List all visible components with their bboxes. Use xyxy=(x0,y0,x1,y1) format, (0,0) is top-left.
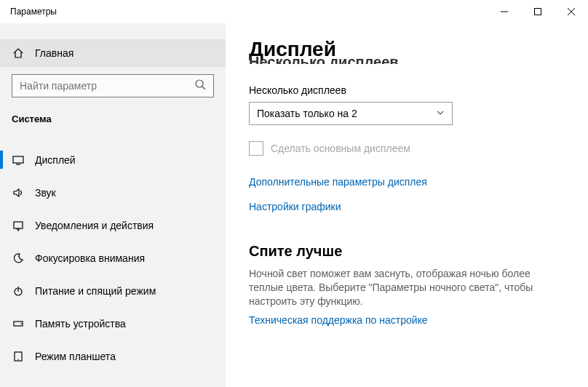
sidebar: Главная Система Дисплей Звук xyxy=(0,23,226,387)
tech-support-link[interactable]: Техническая поддержка по настройке xyxy=(249,314,565,326)
dropdown-value: Показать только на 2 xyxy=(257,108,357,119)
svg-rect-3 xyxy=(14,222,23,228)
minimize-button[interactable] xyxy=(488,0,521,23)
search-field[interactable] xyxy=(20,80,194,92)
checkbox-label: Сделать основным дисплеем xyxy=(271,143,410,154)
window-title: Параметры xyxy=(10,7,57,17)
power-icon xyxy=(12,285,25,297)
sidebar-item-power[interactable]: Питание и спящий режим xyxy=(0,274,226,307)
sidebar-item-focus[interactable]: Фокусировка внимания xyxy=(0,242,226,274)
display-mode-dropdown[interactable]: Показать только на 2 xyxy=(249,102,453,125)
chevron-down-icon xyxy=(436,108,445,119)
sidebar-item-label: Звук xyxy=(35,187,56,199)
checkbox-box xyxy=(249,141,263,156)
sidebar-item-label: Память устройства xyxy=(35,318,126,330)
home-label: Главная xyxy=(35,47,74,59)
storage-icon xyxy=(12,318,25,330)
svg-rect-0 xyxy=(535,9,541,15)
advanced-display-link[interactable]: Дополнительные параметры дисплея xyxy=(249,176,565,188)
svg-point-1 xyxy=(196,80,203,87)
main-content: Дисплей Несколько дисплеев Несколько дис… xyxy=(226,23,588,387)
tablet-icon xyxy=(12,351,25,362)
home-nav[interactable]: Главная xyxy=(0,39,226,67)
close-button[interactable] xyxy=(555,0,588,23)
sound-icon xyxy=(12,187,25,199)
truncated-header: Несколько дисплеев xyxy=(249,54,565,64)
maximize-button[interactable] xyxy=(521,0,555,23)
svg-rect-2 xyxy=(13,156,23,163)
focus-icon xyxy=(12,252,25,264)
sidebar-item-notifications[interactable]: Уведомления и действия xyxy=(0,209,226,242)
sidebar-item-label: Режим планшета xyxy=(35,351,116,362)
svg-point-6 xyxy=(20,323,22,324)
multiple-displays-label: Несколько дисплеев xyxy=(249,84,565,96)
sidebar-item-label: Фокусировка внимания xyxy=(35,252,145,264)
display-icon xyxy=(12,154,25,166)
sidebar-item-display[interactable]: Дисплей xyxy=(0,143,226,176)
section-label: Система xyxy=(0,97,226,132)
sidebar-item-storage[interactable]: Память устройства xyxy=(0,307,226,340)
sidebar-item-label: Дисплей xyxy=(35,154,76,166)
graphics-settings-link[interactable]: Настройки графики xyxy=(249,201,565,212)
make-primary-checkbox: Сделать основным дисплеем xyxy=(249,141,565,156)
svg-point-8 xyxy=(17,359,18,359)
notifications-icon xyxy=(12,220,25,231)
sidebar-item-tablet[interactable]: Режим планшета xyxy=(0,340,226,372)
sidebar-item-label: Уведомления и действия xyxy=(35,220,154,231)
sleep-better-body: Ночной свет поможет вам заснуть, отображ… xyxy=(249,267,565,308)
search-input[interactable] xyxy=(12,74,214,97)
sidebar-item-label: Питание и спящий режим xyxy=(35,285,156,297)
home-icon xyxy=(12,47,25,59)
search-icon xyxy=(194,79,206,93)
sidebar-item-sound[interactable]: Звук xyxy=(0,176,226,209)
sleep-better-header: Спите лучше xyxy=(249,243,565,260)
